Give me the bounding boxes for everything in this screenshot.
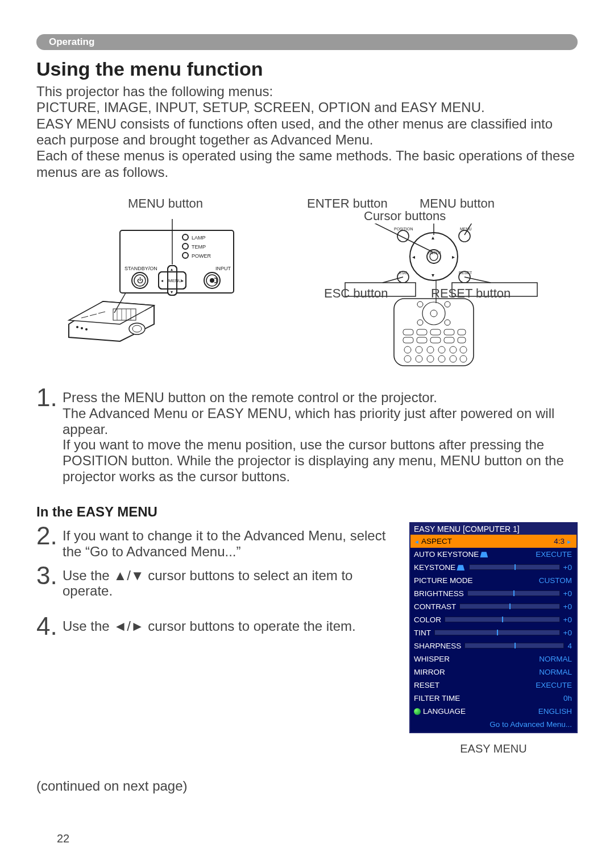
- projector-illustration: LAMP TEMP POWER STANDBY/ON ⏻ MENU ▴ ▾ ◂: [52, 213, 256, 344]
- easy-menu-footer: Go to Advanced Menu...: [410, 718, 576, 731]
- step-3-number: 3.: [36, 564, 63, 587]
- remote-cursor-label: Cursor buttons: [364, 209, 446, 224]
- easy-menu-caption: EASY MENU: [409, 742, 578, 755]
- svg-text:◂: ◂: [412, 254, 415, 260]
- step-2-number: 2.: [36, 524, 63, 547]
- easy-menu-title: EASY MENU [COMPUTER 1]: [410, 523, 576, 535]
- step-2: 2. If you want to change it to the Advan…: [36, 524, 393, 560]
- svg-point-30: [81, 327, 83, 329]
- svg-text:TEMP: TEMP: [192, 244, 206, 250]
- easy-menu-row: KEYSTONE+0: [410, 561, 576, 574]
- easy-menu-row: AUTO KEYSTONEEXECUTE: [410, 548, 576, 561]
- projector-menu-label: MENU button: [59, 196, 272, 211]
- svg-text:▾: ▾: [171, 290, 173, 295]
- easy-menu-row: MIRRORNORMAL: [410, 666, 576, 679]
- easy-menu-row: SHARPNESS4: [410, 639, 576, 652]
- section-label: Operating: [49, 36, 94, 48]
- step-1-text: Press the MENU button on the remote cont…: [63, 386, 578, 485]
- step-3: 3. Use the ▲/▼ cursor buttons to select …: [36, 564, 393, 600]
- svg-point-28: [132, 325, 142, 332]
- svg-text:ENTER: ENTER: [428, 251, 441, 255]
- svg-point-47: [397, 230, 409, 242]
- svg-point-31: [85, 328, 88, 330]
- svg-text:POSITION: POSITION: [394, 227, 413, 231]
- easy-menu-rows: ASPECT4:3AUTO KEYSTONEEXECUTEKEYSTONE+0P…: [410, 535, 576, 732]
- projector-diagram: MENU button LAMP TEMP POWER STANDBY/ON ⏻: [36, 196, 272, 371]
- svg-text:ESC: ESC: [399, 271, 407, 275]
- svg-text:▴: ▴: [432, 234, 434, 241]
- svg-point-29: [76, 326, 78, 328]
- svg-point-49: [459, 230, 470, 242]
- svg-text:MENU: MENU: [168, 278, 182, 283]
- easy-menu-row: FILTER TIME0h: [410, 692, 576, 705]
- step-3-text: Use the ▲/▼ cursor buttons to select an …: [63, 564, 393, 600]
- easy-menu-heading: In the EASY MENU: [36, 504, 578, 520]
- easy-menu-row: WHISPERNORMAL: [410, 652, 576, 666]
- remote-reset-label: RESET button: [431, 286, 511, 301]
- svg-text:STANDBY/ON: STANDBY/ON: [125, 266, 157, 271]
- svg-text:RESET: RESET: [459, 271, 472, 275]
- svg-text:⏻: ⏻: [137, 277, 143, 284]
- easy-menu-row: RESETEXECUTE: [410, 679, 576, 692]
- page-title: Using the menu function: [36, 58, 578, 80]
- svg-text:LAMP: LAMP: [192, 235, 206, 241]
- svg-text:▸: ▸: [181, 278, 184, 283]
- step-1-number: 1.: [36, 386, 63, 409]
- easy-menu-row: PICTURE MODECUSTOM: [410, 574, 576, 587]
- svg-text:INPUT: INPUT: [215, 266, 231, 271]
- svg-text:MENU: MENU: [460, 227, 472, 231]
- easy-menu-row: COLOR+0: [410, 613, 576, 626]
- easy-menu-row: CONTRAST+0: [410, 600, 576, 613]
- easy-menu-row: BRIGHTNESS+0: [410, 587, 576, 600]
- step-4-text: Use the ◄/► cursor buttons to operate th…: [63, 615, 356, 634]
- step-4-number: 4.: [36, 615, 63, 638]
- svg-text:▾: ▾: [432, 272, 434, 278]
- easy-menu-row: TINT+0: [410, 626, 576, 639]
- easy-menu-row: LANGUAGEENGLISH: [410, 705, 576, 718]
- page-number: 22: [57, 832, 69, 845]
- section-header: Operating: [36, 34, 578, 50]
- intro-text: This projector has the following menus: …: [36, 84, 578, 180]
- svg-point-25: [210, 278, 214, 283]
- diagram-row: MENU button LAMP TEMP POWER STANDBY/ON ⏻: [36, 196, 578, 371]
- remote-esc-label: ESC button: [324, 286, 388, 301]
- continued-note: (continued on next page): [36, 778, 578, 794]
- step-1: 1. Press the MENU button on the remote c…: [36, 386, 578, 485]
- step-2-text: If you want to change it to the Advanced…: [63, 524, 393, 560]
- easy-menu-panel: EASY MENU [COMPUTER 1] ASPECT4:3AUTO KEY…: [409, 522, 578, 733]
- step-4: 4. Use the ◄/► cursor buttons to operate…: [36, 615, 393, 638]
- easy-menu-row: ASPECT4:3: [410, 535, 576, 548]
- remote-diagram: ENTER button MENU button Cursor buttons …: [290, 196, 578, 371]
- svg-text:◂: ◂: [161, 278, 163, 283]
- svg-text:▴: ▴: [171, 267, 173, 272]
- svg-text:POWER: POWER: [192, 253, 211, 259]
- svg-text:▸: ▸: [452, 254, 455, 260]
- easy-menu-figure: EASY MENU [COMPUTER 1] ASPECT4:3AUTO KEY…: [409, 522, 578, 755]
